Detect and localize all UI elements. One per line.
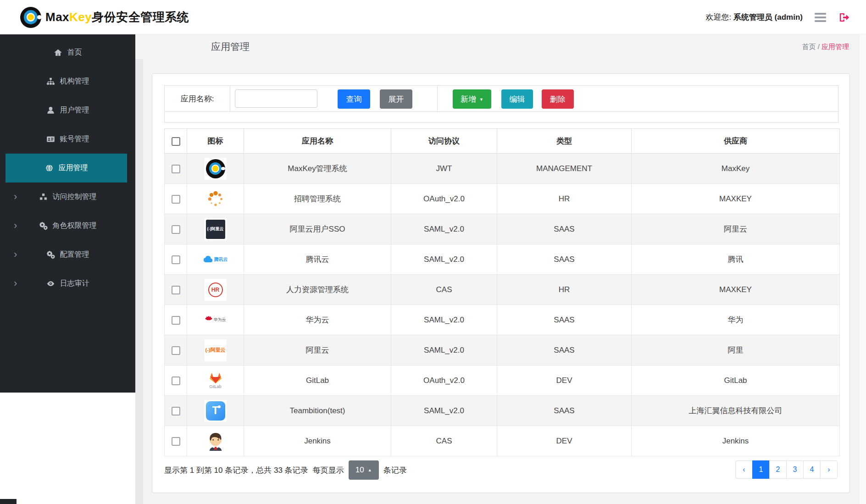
page-button-1[interactable]: 1 — [752, 460, 770, 479]
protocol-cell: SAML_v2.0 — [391, 305, 497, 335]
add-button[interactable]: 新增▼ — [453, 89, 491, 109]
content-area: 应用管理 首页 / 应用管理 应用名称: 查询 展开 新增▼ 编辑 删除 — [135, 34, 859, 504]
table-row: (-)阿里云 阿里云用户SSO SAML_v2.0 SAAS 阿里云 — [165, 214, 840, 244]
scrollbar[interactable] — [859, 34, 866, 504]
row-checkbox[interactable] — [172, 195, 180, 204]
row-checkbox[interactable] — [172, 407, 180, 415]
jenkins-butler-icon — [205, 430, 227, 452]
sidebar-item-home[interactable]: 首页 — [0, 38, 135, 67]
protocol-cell: SAML_v2.0 — [391, 244, 497, 275]
search-input[interactable] — [235, 89, 317, 108]
vendor-cell: 阿里云 — [632, 214, 840, 244]
table-row: Jenkins CAS DEV Jenkins — [165, 426, 840, 456]
vendor-cell: 腾讯 — [632, 244, 840, 275]
logout-icon[interactable] — [838, 12, 850, 23]
app-icon-cell — [187, 426, 244, 456]
app-icon-cell: T — [187, 396, 244, 426]
row-checkbox[interactable] — [172, 225, 180, 234]
protocol-cell: CAS — [391, 426, 497, 456]
vendor-cell: 上海汇翼信息科技有限公司 — [632, 396, 840, 426]
sidebar-item-access-control[interactable]: › 访问控制管理 — [0, 183, 135, 211]
vendor-cell: Jenkins — [632, 426, 840, 456]
prev-page-button[interactable]: ‹ — [735, 460, 753, 479]
select-all-checkbox[interactable] — [172, 137, 180, 146]
vendor-cell: 华为 — [632, 305, 840, 335]
sidebar-item-label: 账号管理 — [60, 134, 89, 144]
row-checkbox[interactable] — [172, 165, 180, 173]
app-icon-cell: GitLab — [187, 366, 244, 396]
expand-button[interactable]: 展开 — [380, 89, 412, 109]
column-header-name: 应用名称 — [244, 129, 391, 154]
sidebar-bottom-strip — [0, 499, 17, 504]
chevron-right-icon: › — [14, 248, 17, 260]
next-page-button[interactable]: › — [820, 460, 838, 479]
sidebar-item-label: 日志审计 — [60, 279, 89, 288]
row-checkbox-cell — [165, 305, 187, 335]
sidebar-item-log-audit[interactable]: › 日志审计 — [0, 269, 135, 298]
welcome-text: 欢迎您: 系统管理员 (admin) — [705, 12, 803, 22]
query-button[interactable]: 查询 — [338, 89, 370, 109]
vendor-cell: MAXKEY — [632, 275, 840, 305]
sidebar: 首页 机构管理 用户管理 账号管理 — [0, 34, 135, 393]
huawei-cloud-icon: 华为云 — [205, 309, 227, 331]
vendor-cell: MAXKEY — [632, 184, 840, 214]
app-name-cell: GitLab — [244, 366, 391, 396]
sidebar-item-config-management[interactable]: › 配置管理 — [0, 240, 135, 269]
page-button-2[interactable]: 2 — [769, 460, 787, 479]
row-checkbox[interactable] — [172, 377, 180, 385]
breadcrumb-home[interactable]: 首页 — [802, 43, 816, 50]
spinner-dots-icon — [205, 188, 227, 210]
app-icon-cell — [187, 184, 244, 214]
row-checkbox[interactable] — [172, 437, 180, 446]
table-body: MaxKey管理系统 JWT MANAGEMENT MaxKey 招聘管理系统 … — [165, 154, 840, 456]
app-icon-cell: HR — [187, 275, 244, 305]
chevron-right-icon: › — [14, 219, 17, 231]
app-icon-cell: (-)阿里云 — [187, 335, 244, 366]
teambition-icon: T — [205, 400, 227, 422]
eye-icon — [46, 279, 56, 288]
sidebar-item-org-management[interactable]: 机构管理 — [0, 67, 135, 96]
maxkey-logo-icon — [205, 158, 227, 180]
sidebar-item-app-management[interactable]: 应用管理 — [6, 154, 127, 183]
protocol-cell: SAML_v2.0 — [391, 335, 497, 366]
page-button-4[interactable]: 4 — [803, 460, 821, 479]
sidebar-item-label: 角色权限管理 — [53, 221, 97, 231]
sidebar-item-account-management[interactable]: 账号管理 — [0, 125, 135, 154]
sidebar-item-role-permission[interactable]: › 角色权限管理 — [0, 211, 135, 240]
gears-icon — [39, 222, 48, 231]
type-cell: HR — [497, 184, 632, 214]
app-icon-cell — [187, 154, 244, 184]
chevron-right-icon: › — [14, 277, 17, 289]
protocol-cell: OAuth_v2.0 — [391, 366, 497, 396]
row-checkbox-cell — [165, 214, 187, 244]
sidebar-item-user-management[interactable]: 用户管理 — [0, 96, 135, 125]
page-size-dropdown[interactable]: 10▲ — [349, 460, 379, 480]
row-checkbox[interactable] — [172, 346, 180, 355]
breadcrumb: 首页 / 应用管理 — [802, 34, 849, 59]
row-checkbox[interactable] — [172, 255, 180, 264]
app-name-cell: 招聘管理系统 — [244, 184, 391, 214]
row-checkbox[interactable] — [172, 286, 180, 294]
caret-down-icon: ▼ — [479, 97, 483, 102]
edit-button[interactable]: 编辑 — [501, 89, 533, 109]
sidebar-item-label: 首页 — [67, 48, 82, 57]
sidebar-item-label: 机构管理 — [60, 77, 89, 86]
column-header-icon: 图标 — [187, 129, 244, 154]
type-cell: HR — [497, 275, 632, 305]
table-row: GitLab GitLab OAuth_v2.0 DEV GitLab — [165, 366, 840, 396]
type-cell: SAAS — [497, 244, 632, 275]
row-checkbox[interactable] — [172, 316, 180, 325]
page-button-3[interactable]: 3 — [786, 460, 804, 479]
type-cell: DEV — [497, 366, 632, 396]
caret-up-icon: ▲ — [368, 468, 372, 472]
table-row: MaxKey管理系统 JWT MANAGEMENT MaxKey — [165, 154, 840, 184]
delete-button[interactable]: 删除 — [542, 89, 574, 109]
app-name-cell: 阿里云用户SSO — [244, 214, 391, 244]
menu-toggle-icon[interactable] — [815, 13, 826, 22]
app-icon-cell: 华为云 — [187, 305, 244, 335]
protocol-cell: SAML_v2.0 — [391, 396, 497, 426]
content-left-shade — [135, 34, 143, 504]
sidebar-item-label: 应用管理 — [59, 163, 88, 173]
table-header-row: 图标 应用名称 访问协议 类型 供应商 — [165, 129, 840, 154]
search-label: 应用名称: — [165, 86, 230, 111]
